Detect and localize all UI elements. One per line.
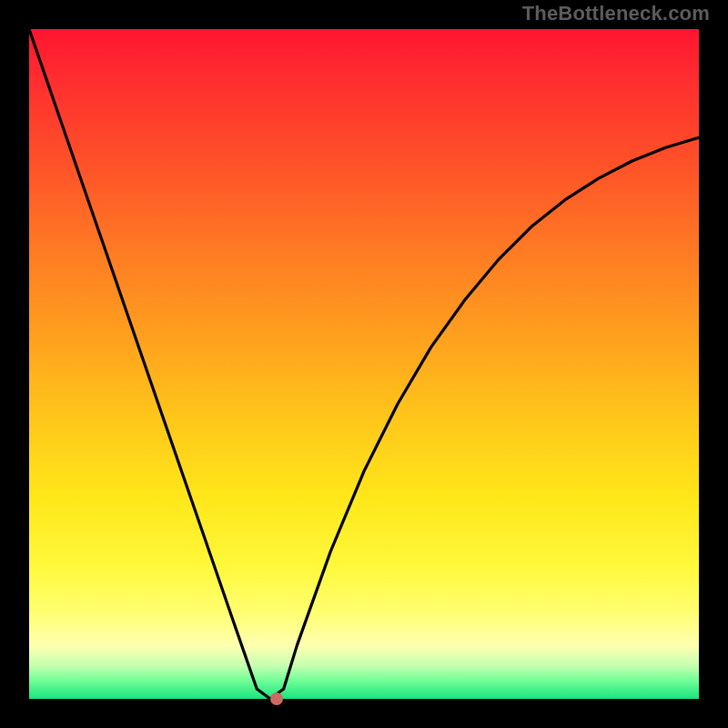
curve-path — [29, 29, 699, 699]
watermark-text: TheBottleneck.com — [522, 2, 710, 25]
plot-area — [29, 29, 699, 699]
bottleneck-curve — [29, 29, 699, 699]
chart-frame: TheBottleneck.com — [0, 0, 728, 728]
optimum-marker — [270, 693, 283, 705]
